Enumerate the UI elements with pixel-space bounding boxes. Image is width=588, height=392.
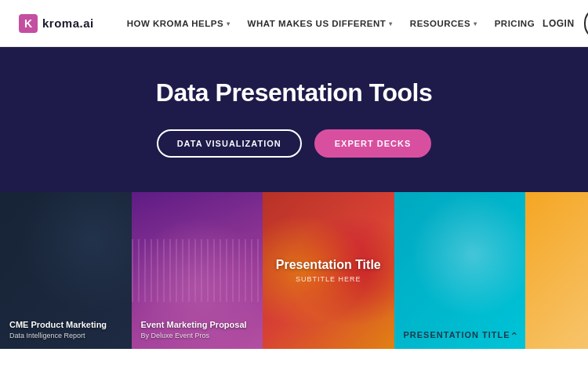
- chevron-down-icon: ▾: [227, 20, 230, 27]
- card-2-label: Event Marketing Proposal: [141, 319, 254, 330]
- expert-decks-button[interactable]: EXPERT DECKS: [314, 129, 432, 158]
- data-visualization-button[interactable]: DATA VISUALIZATION: [157, 129, 302, 158]
- card-3-sublabel: SUBTITLE HERE: [276, 275, 381, 283]
- navbar: K kroma.ai HOW KROMA HELPS ▾ WHAT MAKES …: [0, 0, 588, 47]
- chevron-up-icon: ⌃: [510, 330, 519, 343]
- hero-buttons: DATA VISUALIZATION EXPERT DECKS: [157, 129, 432, 158]
- cards-row: CME Product Marketing Data Intelligence …: [0, 192, 588, 349]
- logo-text: kroma.ai: [42, 16, 94, 30]
- card-presentation-title-3[interactable]: Presentation Title SUBTITLE HERE: [263, 192, 394, 349]
- card-event-marketing[interactable]: Event Marketing Proposal By Deluxe Event…: [132, 192, 263, 349]
- nav-item-pricing[interactable]: PRICING: [487, 14, 543, 33]
- logo-icon: K: [19, 14, 38, 33]
- try-free-button[interactable]: TRY FREE: [584, 7, 588, 40]
- card-4-label: PRESENTATION TITLE: [404, 330, 517, 339]
- card-3-label: Presentation Title: [276, 258, 381, 271]
- nav-item-resources[interactable]: RESOURCES ▾: [402, 14, 485, 33]
- chevron-down-icon: ▾: [474, 20, 477, 27]
- card-1-label: CME Product Marketing: [9, 319, 122, 330]
- nav-right: LOGIN TRY FREE: [543, 7, 588, 40]
- chevron-down-icon: ▾: [389, 20, 393, 27]
- login-button[interactable]: LOGIN: [543, 18, 575, 29]
- nav-links: HOW KROMA HELPS ▾ WHAT MAKES US DIFFEREN…: [119, 14, 543, 33]
- hero-title: Data Presentation Tools: [156, 78, 432, 107]
- card-presentation-title-4[interactable]: PRESENTATION TITLE ⌃: [394, 192, 526, 349]
- card-2-sublabel: By Deluxe Event Pros: [141, 332, 254, 339]
- card-1-sublabel: Data Intelligence Report: [9, 332, 122, 339]
- card-cme-product[interactable]: CME Product Marketing Data Intelligence …: [0, 192, 132, 349]
- nav-item-how-kroma[interactable]: HOW KROMA HELPS ▾: [119, 14, 238, 33]
- hero-section: Data Presentation Tools DATA VISUALIZATI…: [0, 47, 588, 192]
- logo[interactable]: K kroma.ai: [19, 14, 94, 33]
- card-gold-partial[interactable]: [525, 192, 588, 349]
- nav-item-what-makes[interactable]: WHAT MAKES US DIFFERENT ▾: [240, 14, 401, 33]
